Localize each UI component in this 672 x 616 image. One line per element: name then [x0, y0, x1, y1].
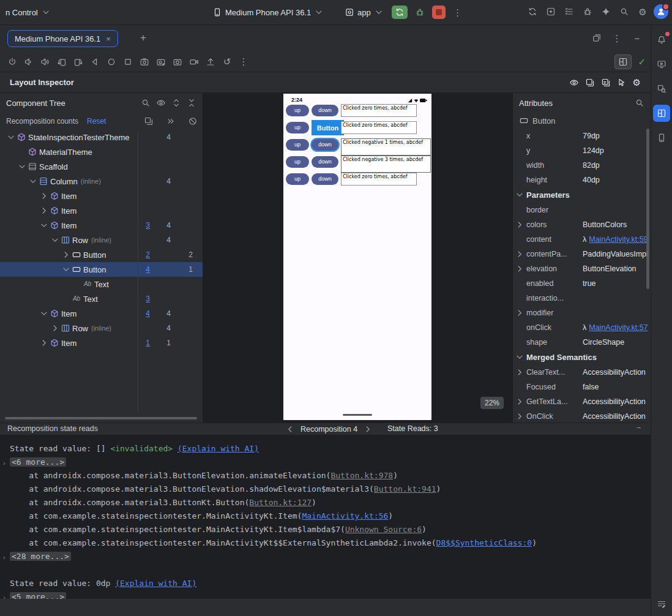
down-button[interactable]: down: [312, 139, 338, 151]
display-options-icon[interactable]: [653, 595, 670, 612]
attribute-row[interactable]: x79dp: [513, 129, 651, 143]
tree-row[interactable]: StateInspectionTesterTheme4: [0, 130, 203, 145]
running-devices-icon[interactable]: [653, 56, 670, 73]
recomposition-count-link[interactable]: 3: [134, 221, 150, 230]
attribute-row[interactable]: shapeCircleShape: [513, 335, 651, 350]
zoom-level-badge[interactable]: 22%: [480, 397, 504, 409]
tree-row[interactable]: Item11: [0, 336, 203, 350]
stack-frame-link[interactable]: Button.kt:941: [374, 484, 436, 494]
chevron-down-icon[interactable]: [515, 352, 525, 362]
clear-counts-icon[interactable]: [188, 116, 198, 126]
chevron-down-icon[interactable]: [28, 176, 38, 186]
tree-row[interactable]: Item: [0, 189, 203, 203]
minimize-icon[interactable]: −: [637, 424, 641, 432]
stack-frame-link[interactable]: D8$$SyntheticClass:0: [436, 538, 532, 547]
chevron-right-icon[interactable]: [515, 220, 525, 230]
attribute-row[interactable]: OnClickAccessibilityAction: [513, 409, 651, 423]
tree-horizontal-scrollbar[interactable]: [5, 417, 197, 419]
chevron-right-icon[interactable]: [515, 397, 525, 407]
collapsed-frames-chip[interactable]: <28 more...>: [10, 552, 71, 561]
camera-icon[interactable]: [170, 54, 185, 69]
tree-row[interactable]: Row(inline)4: [0, 233, 203, 247]
stack-frame-link[interactable]: MainActivity.kt:56: [302, 511, 388, 520]
more-vertical-icon[interactable]: ⋮: [610, 31, 624, 45]
rerun-button[interactable]: [392, 6, 408, 19]
tree-row[interactable]: Button41: [0, 262, 203, 277]
reset-counts-link[interactable]: Reset: [87, 117, 106, 126]
down-button[interactable]: down: [312, 173, 338, 185]
attribute-row[interactable]: height40dp: [513, 173, 651, 187]
device-selector[interactable]: Medium Phone API 36.1: [208, 4, 328, 20]
search-icon[interactable]: [141, 98, 151, 108]
chevron-right-icon[interactable]: [515, 367, 525, 377]
screenshot-icon[interactable]: [137, 54, 152, 69]
minimize-icon[interactable]: −: [630, 31, 644, 45]
eye-icon[interactable]: [156, 98, 166, 108]
recomposition-count-link[interactable]: 1: [134, 339, 150, 347]
attribute-row[interactable]: elevationButtonElevation: [513, 261, 651, 276]
attribute-row[interactable]: interactio...: [513, 291, 651, 306]
tree-row[interactable]: AbText3: [0, 291, 203, 306]
chevron-right-icon[interactable]: [61, 250, 71, 260]
copy-layout-icon[interactable]: [601, 78, 611, 88]
expand-all-icon[interactable]: [171, 98, 181, 108]
click-count-text[interactable]: Clicked negative 3 times, abcdef: [341, 156, 431, 173]
chevron-right-icon[interactable]: [515, 249, 525, 259]
stack-frame-link[interactable]: Unknown Source:6: [345, 525, 422, 534]
tree-row[interactable]: Scaffold: [0, 159, 203, 174]
recomposition-count-link[interactable]: 4: [134, 265, 150, 274]
emulator-tab[interactable]: Medium Phone API 36.1 ×: [7, 30, 118, 47]
next-recomposition-button[interactable]: [363, 424, 373, 434]
tree-row[interactable]: Item34: [0, 218, 203, 233]
notifications-icon[interactable]: [653, 31, 670, 48]
pick-element-icon[interactable]: [617, 78, 627, 88]
stack-frame-link[interactable]: Button.kt:978: [330, 471, 393, 480]
up-button[interactable]: up: [286, 105, 309, 116]
rotate-right-icon[interactable]: [71, 54, 86, 69]
search-icon[interactable]: [635, 98, 644, 108]
live-updates-icon[interactable]: [569, 78, 579, 88]
tree-row[interactable]: Button22: [0, 247, 203, 262]
attributes-section-header[interactable]: Parameters: [513, 187, 651, 203]
settings-icon[interactable]: ⚙: [635, 4, 650, 19]
layout-inspector-icon[interactable]: [653, 105, 670, 122]
attribute-row[interactable]: width82dp: [513, 158, 651, 173]
chevron-down-icon[interactable]: [17, 162, 27, 171]
click-count-text[interactable]: Clicked zero times, abcdef: [341, 104, 417, 117]
chevron-down-icon[interactable]: [61, 265, 71, 274]
explain-with-ai-link[interactable]: (Explain with AI): [177, 444, 259, 453]
snapshot-export-icon[interactable]: [585, 78, 595, 88]
explain-with-ai-link[interactable]: (Explain with AI): [115, 579, 196, 588]
more-vertical-icon[interactable]: ⋮: [236, 54, 251, 69]
attributes-scrollbar[interactable]: [646, 129, 649, 289]
attribute-row[interactable]: colorsButtonColors: [513, 217, 651, 232]
prev-recomposition-button[interactable]: [285, 424, 295, 434]
expander-icon[interactable]: ›: [3, 591, 6, 599]
stop-button[interactable]: [432, 6, 446, 19]
up-button[interactable]: up: [286, 139, 309, 151]
tree-row[interactable]: Row(inline)4: [0, 321, 203, 336]
recomposition-count-link[interactable]: 2: [134, 250, 150, 259]
source-link[interactable]: MainActivity.kt:59: [589, 235, 648, 244]
home-icon[interactable]: [104, 54, 119, 69]
click-count-text[interactable]: Clicked negative 1 times, abcdef: [341, 138, 431, 156]
run-config-selector[interactable]: app: [342, 4, 387, 20]
add-device-button[interactable]: +: [136, 31, 151, 45]
snapshot-icon[interactable]: ↺: [220, 54, 234, 69]
attribute-row[interactable]: modifier: [513, 306, 651, 320]
click-count-text[interactable]: Clicked zero times, abcdef: [341, 173, 417, 186]
attribute-row[interactable]: contentλMainActivity.kt:59: [513, 232, 651, 247]
attribute-row[interactable]: y124dp: [513, 143, 651, 158]
run-more-options-button[interactable]: ⋮: [450, 5, 465, 20]
chevron-down-icon[interactable]: [515, 190, 525, 200]
expander-icon[interactable]: ›: [3, 550, 6, 564]
chevron-down-icon[interactable]: [39, 309, 49, 318]
chevron-right-icon[interactable]: [515, 264, 525, 274]
up-button[interactable]: up: [286, 122, 309, 133]
tree-row[interactable]: Column(inline)4: [0, 174, 203, 189]
down-button[interactable]: down: [312, 156, 338, 168]
rotate-left-icon[interactable]: [54, 54, 69, 69]
recomposition-count-link[interactable]: 4: [134, 309, 150, 318]
upload-icon[interactable]: [203, 54, 218, 69]
collapse-all-icon[interactable]: [187, 98, 196, 108]
